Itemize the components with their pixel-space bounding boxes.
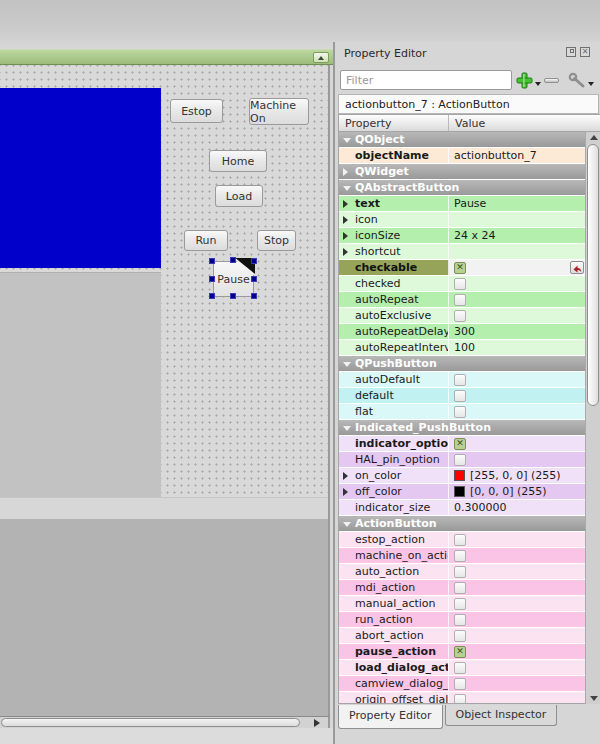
property-row-autorepeat[interactable]: autoRepeat	[339, 292, 585, 308]
shade-button[interactable]	[313, 52, 329, 63]
expand-arrow-icon[interactable]	[343, 138, 351, 143]
checkbox-unchecked-icon[interactable]	[454, 534, 466, 546]
collapse-arrow-icon[interactable]	[343, 168, 348, 176]
property-row-on-color[interactable]: on_color[255, 0, 0] (255)	[339, 468, 585, 484]
checkbox-unchecked-icon[interactable]	[454, 454, 466, 466]
property-value[interactable]: ✕	[449, 644, 585, 659]
checkbox-unchecked-icon[interactable]	[454, 566, 466, 578]
property-row-load-dialog-action[interactable]: load_dialog_action	[339, 660, 585, 676]
property-row-flat[interactable]: flat	[339, 404, 585, 420]
property-row-origin-offset-dialog-[interactable]: origin_offset_dialog_...	[339, 692, 585, 703]
property-row-indicated-pushbutton[interactable]: Indicated_PushButton	[339, 420, 585, 436]
load-button[interactable]: Load	[215, 185, 263, 207]
scroll-up-arrow-icon[interactable]	[590, 135, 598, 140]
checkbox-unchecked-icon[interactable]	[454, 278, 466, 290]
property-row-machine-on-action[interactable]: machine_on_action	[339, 548, 585, 564]
property-value[interactable]	[449, 660, 585, 675]
checkbox-unchecked-icon[interactable]	[454, 390, 466, 402]
checkbox-checked-icon[interactable]: ✕	[454, 262, 466, 274]
property-row-pause-action[interactable]: pause_action✕	[339, 644, 585, 660]
selection-handle[interactable]	[209, 258, 215, 264]
vertical-scrollbar[interactable]	[585, 132, 600, 704]
configure-button[interactable]	[568, 72, 594, 90]
property-row-off-color[interactable]: off_color[0, 0, 0] (255)	[339, 484, 585, 500]
property-value[interactable]: 300	[449, 324, 585, 339]
property-row-autorepeatinterval[interactable]: autoRepeatInterval100	[339, 340, 585, 356]
property-value[interactable]: actionbutton_7	[449, 148, 585, 163]
property-value[interactable]	[449, 692, 585, 703]
stop-button[interactable]: Stop	[257, 230, 296, 251]
property-row-actionbutton[interactable]: ActionButton	[339, 516, 585, 532]
checkbox-checked-icon[interactable]: ✕	[454, 438, 466, 450]
close-icon[interactable]: ✕	[580, 47, 590, 57]
expand-arrow-icon[interactable]	[343, 186, 351, 191]
property-row-indicator-size[interactable]: indicator_size0.300000	[339, 500, 585, 516]
checkbox-unchecked-icon[interactable]	[454, 694, 466, 704]
property-value[interactable]: ✕	[449, 260, 585, 275]
column-header-property[interactable]: Property	[339, 115, 449, 131]
property-row-text[interactable]: textPause	[339, 196, 585, 212]
checkbox-unchecked-icon[interactable]	[454, 662, 466, 674]
horizontal-scrollbar[interactable]	[0, 716, 330, 728]
float-icon[interactable]	[566, 47, 576, 57]
selection-handle[interactable]	[251, 293, 257, 299]
expand-arrow-icon[interactable]	[343, 232, 348, 240]
checkbox-unchecked-icon[interactable]	[454, 406, 466, 418]
property-row-run-action[interactable]: run_action	[339, 612, 585, 628]
property-value[interactable]	[449, 308, 585, 323]
property-row-checkable[interactable]: checkable✕	[339, 260, 585, 276]
selection-handle[interactable]	[230, 257, 236, 263]
property-value[interactable]	[449, 596, 585, 611]
property-value[interactable]: ✕	[449, 436, 585, 451]
property-row-default[interactable]: default	[339, 388, 585, 404]
property-value[interactable]	[449, 580, 585, 595]
property-value[interactable]	[449, 532, 585, 547]
remove-property-button[interactable]	[544, 72, 559, 83]
selection-handle[interactable]	[209, 293, 215, 299]
property-row-icon[interactable]: icon	[339, 212, 585, 228]
property-row-objectname[interactable]: objectNameactionbutton_7	[339, 148, 585, 164]
reset-property-button[interactable]	[570, 261, 584, 274]
property-value[interactable]	[449, 276, 585, 291]
property-row-indicator-option[interactable]: indicator_option✕	[339, 436, 585, 452]
property-value[interactable]	[449, 452, 585, 467]
checkbox-unchecked-icon[interactable]	[454, 310, 466, 322]
property-row-qabstractbutton[interactable]: QAbstractButton	[339, 180, 585, 196]
property-row-qpushbutton[interactable]: QPushButton	[339, 356, 585, 372]
property-row-hal-pin-option[interactable]: HAL_pin_option	[339, 452, 585, 468]
expand-arrow-icon[interactable]	[343, 426, 351, 431]
property-value[interactable]: [0, 0, 0] (255)	[449, 484, 585, 499]
property-value[interactable]: 100	[449, 340, 585, 355]
preview-blue-widget[interactable]	[0, 88, 161, 268]
expand-arrow-icon[interactable]	[343, 472, 348, 480]
selection-handle[interactable]	[251, 258, 257, 264]
checkbox-unchecked-icon[interactable]	[454, 630, 466, 642]
filter-input[interactable]	[340, 70, 512, 90]
vertical-scrollbar-thumb[interactable]	[587, 144, 599, 406]
selection-handle[interactable]	[230, 293, 236, 299]
expand-arrow-icon[interactable]	[343, 200, 348, 208]
tab-object-inspector[interactable]: Object Inspector	[445, 705, 558, 726]
property-value[interactable]	[449, 212, 585, 227]
home-button[interactable]: Home	[209, 150, 267, 172]
expand-arrow-icon[interactable]	[343, 488, 348, 496]
column-header-value[interactable]: Value	[449, 115, 600, 131]
property-row-mdi-action[interactable]: mdi_action	[339, 580, 585, 596]
checkbox-unchecked-icon[interactable]	[454, 374, 466, 386]
property-row-iconsize[interactable]: iconSize24 x 24	[339, 228, 585, 244]
property-row-camview-dialog-acti-[interactable]: camview_dialog_acti...	[339, 676, 585, 692]
property-value[interactable]	[449, 564, 585, 579]
selection-handle[interactable]	[209, 276, 215, 282]
checkbox-unchecked-icon[interactable]	[454, 294, 466, 306]
checkbox-checked-icon[interactable]: ✕	[454, 646, 466, 658]
expand-arrow-icon[interactable]	[343, 248, 348, 256]
add-property-button[interactable]	[516, 72, 541, 89]
property-row-estop-action[interactable]: estop_action	[339, 532, 585, 548]
table-header[interactable]: Property Value	[339, 115, 600, 132]
property-value[interactable]: 0.300000	[449, 500, 585, 515]
checkbox-unchecked-icon[interactable]	[454, 550, 466, 562]
checkbox-unchecked-icon[interactable]	[454, 614, 466, 626]
property-value[interactable]	[449, 612, 585, 627]
checkbox-unchecked-icon[interactable]	[454, 598, 466, 610]
run-button[interactable]: Run	[184, 230, 228, 251]
